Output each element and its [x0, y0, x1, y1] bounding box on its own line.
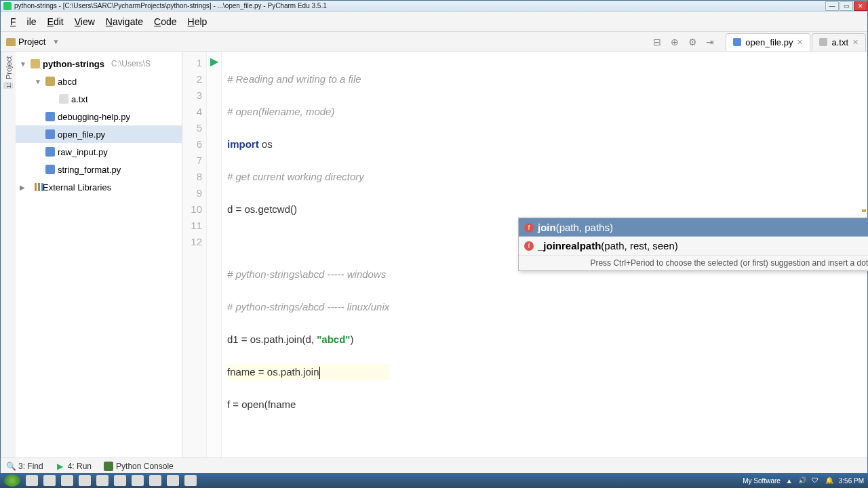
taskbar-icon[interactable] [61, 475, 73, 486]
project-header-label: Project [18, 37, 45, 47]
minimize-button[interactable]: — [825, 1, 839, 11]
menu-code[interactable]: Code [149, 14, 182, 30]
chevron-down-icon[interactable]: ▼ [35, 78, 43, 85]
tree-file-string-format[interactable]: string_format.py [16, 161, 182, 178]
tree-label: python-strings [43, 59, 104, 69]
text-file-icon [59, 94, 68, 104]
left-gutter[interactable]: 1: Project [1, 52, 16, 458]
fn-name: _joinrealpath [538, 240, 601, 251]
taskbar-icon[interactable] [96, 475, 108, 486]
code-line: # Reading and writing to a file [227, 73, 361, 85]
bottom-toolbar: 🔍 3: Find ▶ 4: Run Python Console [1, 458, 867, 474]
folder-icon [31, 59, 40, 68]
tree-folder-abcd[interactable]: ▼ abcd [16, 73, 182, 90]
tray-chevron-icon[interactable]: ▲ [786, 477, 793, 485]
taskbar-icon[interactable] [184, 475, 197, 486]
text-file-icon [819, 38, 827, 46]
code-token: "abcd" [317, 333, 350, 345]
ide-window: python-strings - [C:\Users\SARC\PycharmP… [0, 0, 868, 473]
close-icon[interactable]: ✕ [852, 38, 859, 47]
python-file-icon [733, 38, 741, 46]
search-icon: 🔍 [6, 462, 16, 471]
project-tree[interactable]: ▼ python-strings C:\Users\S ▼ abcd a.txt… [16, 52, 182, 458]
main-body: 1: Project ▼ python-strings C:\Users\S ▼… [1, 52, 867, 458]
close-icon[interactable]: ✕ [797, 38, 803, 47]
code-editor[interactable]: 123 456 789 101112 ▶ # Reading and writi… [182, 52, 867, 458]
gear-icon[interactable]: ⚙ [688, 37, 697, 47]
code-line: # get current working directory [227, 171, 364, 182]
menu-file[interactable]: File [5, 14, 42, 30]
autocomplete-item[interactable]: f join(path, paths) os.path [519, 218, 868, 237]
autocomplete-hint: Press Ctrl+Period to choose the selected… [519, 255, 868, 270]
line-number-gutter: 123 456 789 101112 [182, 52, 207, 458]
editor-tabs: open_file.py ✕ a.txt ✕ [726, 32, 867, 52]
autocomplete-item[interactable]: f _joinrealpath(path, rest, seen) os.pat… [519, 237, 868, 255]
run-line-icon[interactable]: ▶ [207, 55, 221, 71]
tree-file-a-txt[interactable]: a.txt [16, 90, 182, 108]
tab-a-txt[interactable]: a.txt ✕ [812, 33, 866, 51]
tray-icon[interactable]: 🛡 [812, 476, 820, 485]
play-icon: ▶ [56, 462, 65, 471]
collapse-all-icon[interactable]: ⊟ [652, 37, 662, 47]
python-file-icon [45, 112, 55, 121]
tree-external-libraries[interactable]: ▶ External Libraries [16, 178, 182, 196]
warning-marker[interactable] [862, 209, 866, 212]
tree-root[interactable]: ▼ python-strings C:\Users\S [16, 55, 182, 73]
tool-python-console[interactable]: Python Console [104, 462, 174, 471]
maximize-button[interactable]: ▭ [840, 1, 853, 11]
taskbar-icon[interactable] [26, 475, 38, 486]
tray-icon[interactable]: 🔊 [798, 476, 806, 485]
chevron-down-icon[interactable]: ▼ [52, 38, 59, 45]
code-line: f = open(fname [227, 399, 296, 410]
tab-open-file-py[interactable]: open_file.py ✕ [726, 33, 810, 51]
window-close-button[interactable]: ✕ [854, 1, 867, 11]
tray-icon[interactable]: 🔔 [825, 476, 833, 485]
tool-window-label: Project [5, 56, 13, 79]
titlebar[interactable]: python-strings - [C:\Users\SARC\PycharmP… [1, 1, 867, 12]
tab-label: open_file.py [745, 37, 793, 47]
taskbar-icon[interactable] [149, 475, 161, 486]
system-tray[interactable]: My Software ▲ 🔊 🛡 🔔 3:56 PM [743, 476, 864, 485]
error-stripe[interactable] [861, 52, 867, 458]
tool-run[interactable]: ▶ 4: Run [56, 462, 92, 471]
code-area[interactable]: # Reading and writing to a file # open(f… [222, 52, 389, 458]
taskbar-icon[interactable] [132, 475, 144, 486]
menu-navigate[interactable]: Navigate [100, 14, 149, 30]
tree-file-raw-input[interactable]: raw_input.py [16, 143, 182, 161]
autocomplete-popup[interactable]: f join(path, paths) os.path f _joinrealp… [518, 218, 868, 271]
tool-label: 3: Find [18, 462, 43, 471]
tree-label: a.txt [71, 94, 88, 104]
tree-file-debug[interactable]: debugging-help.py [16, 108, 182, 125]
tree-file-open-file[interactable]: open_file.py [16, 125, 182, 143]
taskbar-icon[interactable] [43, 475, 56, 486]
menu-edit[interactable]: Edit [42, 14, 69, 30]
hide-icon[interactable]: ⇥ [705, 37, 715, 47]
tree-label: abcd [58, 77, 77, 87]
start-button[interactable] [4, 474, 20, 487]
menubar: File Edit View Navigate Code Help [1, 12, 867, 32]
menu-help[interactable]: Help [182, 14, 213, 30]
taskbar-icon[interactable] [167, 475, 179, 486]
chevron-down-icon[interactable]: ▼ [20, 60, 28, 68]
fn-sig: (path, paths) [556, 222, 613, 233]
code-line: # open(filename, mode) [227, 106, 334, 117]
tray-clock[interactable]: 3:56 PM [839, 477, 864, 485]
tree-label: debugging-help.py [58, 112, 130, 122]
tree-label: raw_input.py [58, 147, 108, 157]
taskbar-icon[interactable] [79, 475, 91, 486]
chevron-right-icon[interactable]: ▶ [20, 184, 28, 191]
window-title: python-strings - [C:\Users\SARC\PycharmP… [14, 2, 327, 9]
taskbar-icon[interactable] [114, 475, 126, 486]
tool-find[interactable]: 🔍 3: Find [6, 462, 43, 471]
tree-label: External Libraries [43, 182, 111, 192]
tray-label: My Software [743, 477, 781, 485]
windows-taskbar[interactable]: My Software ▲ 🔊 🛡 🔔 3:56 PM [0, 473, 868, 488]
project-header[interactable]: Project ▼ [1, 37, 64, 47]
target-icon[interactable]: ⊕ [670, 37, 679, 47]
text-caret [319, 367, 320, 379]
code-line: fname = os.path.join [227, 366, 319, 378]
python-file-icon [45, 129, 55, 139]
fn-sig: (path, rest, seen) [601, 240, 677, 251]
tree-path: C:\Users\S [111, 59, 151, 68]
menu-view[interactable]: View [69, 14, 100, 30]
